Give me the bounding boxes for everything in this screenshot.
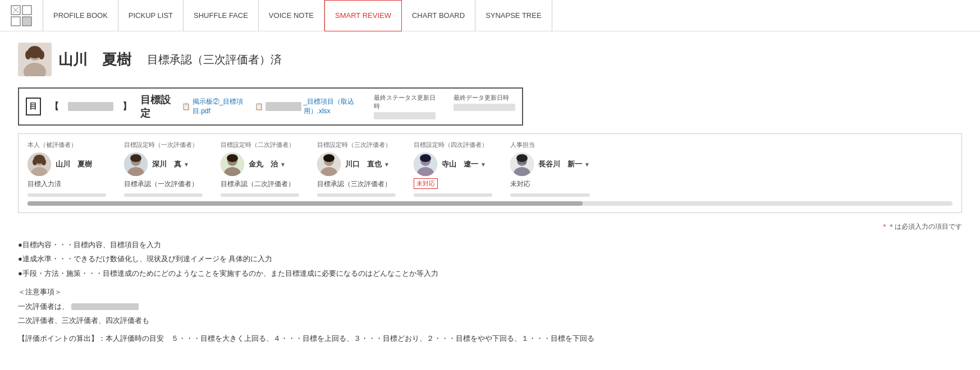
eval-name-2: 金丸 治 <box>249 159 278 169</box>
doc-link-xlsx[interactable]: 📋 _目標項目（取込用）.xlsx <box>255 97 365 116</box>
evaluator-0: 本人（被評価者） 山川 夏樹 <box>28 141 106 197</box>
eval-role-5: 人事担当 <box>510 141 590 149</box>
eval-avatar-2 <box>221 152 244 176</box>
note-0: ●目標内容・・・目標内容、目標項目を入力 <box>18 238 962 251</box>
eval-bar-0 <box>28 193 106 197</box>
nav-item-chart-board[interactable]: CHART BOARD <box>402 0 475 31</box>
evaluators-row: 本人（被評価者） 山川 夏樹 <box>28 141 952 197</box>
eval-person-5: 長谷川 新一 ▼ <box>510 152 590 176</box>
eval-arrow-2[interactable]: ▼ <box>280 161 286 168</box>
profile-header: 山川 夏樹 目標承認（三次評価者）済 <box>18 43 962 76</box>
svg-rect-3 <box>22 17 31 26</box>
scrollbar-thumb <box>28 201 583 206</box>
meta-last-data-val <box>454 104 515 111</box>
nav-item-profile-book[interactable]: PROFILE BOOK <box>43 0 118 31</box>
evaluator-1: 目標設定時（一次評価者） 深川 真 ▼ <box>124 141 203 197</box>
nav-items: PROFILE BOOK PICKUP LIST SHUFFLE FACE VO… <box>43 0 552 31</box>
doc-pdf-icon: 📋 <box>182 103 190 110</box>
eval-name-1: 深川 真 <box>152 159 181 169</box>
profile-name: 山川 夏樹 <box>58 50 131 70</box>
svg-point-11 <box>39 50 44 59</box>
eval-status-4: 未対応 <box>414 178 438 189</box>
caution-line2: 二次評価者、三次評価者、四次評価者も <box>18 314 962 327</box>
eval-person-1: 深川 真 ▼ <box>124 152 203 176</box>
meta-dates: 最終ステータス更新日時 最終データ更新日時 <box>374 94 515 119</box>
eval-role-1: 目標設定時（一次評価者） <box>124 141 203 149</box>
svg-point-16 <box>33 159 37 165</box>
doc-masked-id <box>68 102 113 111</box>
eval-bar-3 <box>317 193 396 197</box>
required-note: ＊＊は必須入力の項目です <box>18 222 962 232</box>
navigation: PROFILE BOOK PICKUP LIST SHUFFLE FACE VO… <box>0 0 980 31</box>
eval-bar-5 <box>510 193 590 197</box>
note-1: ●達成水準・・・できるだけ数値化し、現状及び到達イメージを 具体的に入力 <box>18 252 962 265</box>
eval-status-2: 目標承認（二次評価者） <box>221 179 299 189</box>
doc-bracket-close: 】 <box>122 101 131 113</box>
evaluator-3: 目標設定時（三次評価者） 川口 直也 ▼ <box>317 141 396 197</box>
svg-point-17 <box>42 159 46 165</box>
evaluator-4: 目標設定時（四次評価者） 寺山 遼一 ▼ <box>414 141 492 197</box>
eval-name-4: 寺山 遼一 <box>442 159 478 169</box>
meta-last-status-val <box>374 112 436 119</box>
asterisk: ＊ <box>881 223 888 230</box>
eval-person-3: 川口 直也 ▼ <box>317 152 396 176</box>
eval-arrow-1[interactable]: ▼ <box>184 161 189 168</box>
doc-xlsx-icon: 📋 <box>255 103 263 110</box>
doc-icon: 目 <box>26 98 41 115</box>
svg-rect-2 <box>11 17 20 26</box>
doc-title: 目標設定 <box>140 93 173 120</box>
eval-avatar-0 <box>28 152 51 176</box>
evaluators-section: 本人（被評価者） 山川 夏樹 <box>18 133 962 213</box>
svg-point-21 <box>130 154 141 162</box>
eval-arrow-4[interactable]: ▼ <box>480 161 486 168</box>
nav-item-voice-note[interactable]: VOICE NOTE <box>259 0 324 31</box>
svg-point-10 <box>25 50 31 59</box>
eval-role-2: 目標設定時（二次評価者） <box>221 141 299 149</box>
meta-last-status: 最終ステータス更新日時 <box>374 94 436 119</box>
note-2: ●手段・方法・施策・・・目標達成のためにどのようなことを実施するのか、また目標達… <box>18 267 962 280</box>
profile-avatar <box>18 43 52 76</box>
caution-masked <box>71 303 139 310</box>
meta-last-data: 最終データ更新日時 <box>454 94 515 119</box>
logo <box>9 3 34 28</box>
eval-arrow-3[interactable]: ▼ <box>384 161 390 168</box>
eval-bar-1 <box>124 193 203 197</box>
doc-bracket-open: 【 <box>50 101 59 113</box>
evaluator-2: 目標設定時（二次評価者） 金丸 治 ▼ <box>221 141 299 197</box>
eval-role-4: 目標設定時（四次評価者） <box>414 141 492 149</box>
eval-name-5: 長谷川 新一 <box>538 159 582 169</box>
eval-avatar-3 <box>317 152 341 176</box>
horizontal-scrollbar[interactable] <box>28 201 952 206</box>
eval-person-4: 寺山 遼一 ▼ <box>414 152 492 176</box>
caution-title: ＜注意事項＞ <box>18 285 962 298</box>
svg-point-29 <box>323 154 335 162</box>
eval-name-0: 山川 夏樹 <box>56 159 92 169</box>
eval-bar-4 <box>414 193 492 197</box>
doc-masked-xlsx <box>265 102 301 111</box>
doc-link-pdf[interactable]: 📋 掲示板②_目標項目.pdf <box>182 97 246 116</box>
profile-status: 目標承認（三次評価者）済 <box>147 52 282 67</box>
nav-item-smart-review[interactable]: SMART REVIEW <box>324 0 402 31</box>
svg-point-25 <box>227 154 238 162</box>
eval-status-3: 目標承認（三次評価者） <box>317 179 396 189</box>
svg-point-33 <box>420 154 431 162</box>
eval-status-5: 未対応 <box>510 179 590 189</box>
doc-xlsx-suffix: _目標項目（取込用）.xlsx <box>304 97 365 116</box>
evaluator-5: 人事担当 <box>510 141 590 197</box>
svg-rect-1 <box>22 6 31 15</box>
eval-status-0: 目標入力済 <box>28 179 106 189</box>
caution-line1: 一次評価者は、 <box>18 300 962 313</box>
eval-status-1: 目標承認（一次評価者） <box>124 179 203 189</box>
eval-name-3: 川口 直也 <box>345 159 382 169</box>
eval-points: 【評価ポイントの算出】：本人評価時の目安 ５・・・目標を大きく上回る、４・・・目… <box>18 334 962 344</box>
document-bar: 目 【 】 目標設定 📋 掲示板②_目標項目.pdf 📋 _目標項目（取込用）.… <box>18 87 523 126</box>
nav-item-synapse-tree[interactable]: SYNAPSE TREE <box>475 0 552 31</box>
svg-point-37 <box>516 154 528 162</box>
nav-item-shuffle-face[interactable]: SHUFFLE FACE <box>184 0 259 31</box>
eval-bar-2 <box>221 193 299 197</box>
eval-role-0: 本人（被評価者） <box>28 141 106 149</box>
nav-item-pickup-list[interactable]: PICKUP LIST <box>118 0 184 31</box>
eval-arrow-5[interactable]: ▼ <box>584 161 590 168</box>
eval-avatar-1 <box>124 152 148 176</box>
doc-pdf-text: 掲示板②_目標項目.pdf <box>193 97 246 116</box>
